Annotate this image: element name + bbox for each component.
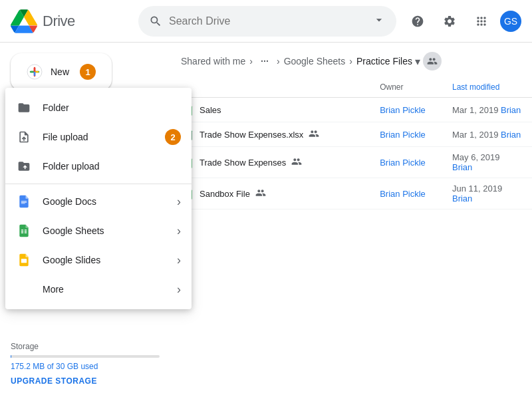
shared-icon xyxy=(291,156,302,169)
file-name-cell: Sales xyxy=(181,103,358,116)
dropdown-menu: Folder File upload 2 Folde xyxy=(5,88,192,309)
file-name[interactable]: Trade Show Expenses.xlsx xyxy=(200,130,303,140)
col-name-header xyxy=(170,77,369,98)
table-row: Trade Show Expenses.xlsx Brian Pickle Ma… xyxy=(170,122,532,147)
owner-link[interactable]: Brian Pickle xyxy=(380,105,426,115)
breadcrumb-sep-3: › xyxy=(349,56,352,66)
new-button[interactable]: New 1 xyxy=(11,53,112,90)
drive-title: Drive xyxy=(43,13,75,30)
file-name[interactable]: Trade Show Expenses xyxy=(200,158,286,168)
logo-area: Drive xyxy=(11,9,130,33)
apps-button[interactable] xyxy=(468,8,495,35)
search-input[interactable] xyxy=(169,15,366,27)
table-row: Sales Brian Pickle Mar 1, 2019 Brian xyxy=(170,98,532,122)
folder-icon xyxy=(16,100,32,116)
col-owner-header: Owner xyxy=(369,77,442,98)
sidebar: New 1 Folder File u xyxy=(0,43,170,399)
table-row: Sandbox File Brian Pickle Jun 11, 2019 B… xyxy=(170,178,532,209)
modified-date: Mar 1, 2019 xyxy=(452,130,501,140)
breadcrumb-sep-1: › xyxy=(249,56,253,66)
storage-bar-bg xyxy=(11,355,160,358)
file-name[interactable]: Sandbox File xyxy=(200,189,250,199)
header-actions: GS xyxy=(404,8,521,35)
people-icon[interactable] xyxy=(423,52,442,70)
breadcrumb-google-sheets[interactable]: Google Sheets xyxy=(284,56,346,66)
plus-icon xyxy=(27,64,43,80)
owner-link[interactable]: Brian Pickle xyxy=(380,189,426,199)
drive-logo-icon xyxy=(11,9,37,33)
layout: New 1 Folder File u xyxy=(0,43,532,399)
upgrade-storage-button[interactable]: UPGRADE STORAGE xyxy=(11,376,97,386)
avatar[interactable]: GS xyxy=(500,11,521,32)
modified-date: Mar 1, 2019 xyxy=(452,105,501,115)
menu-divider xyxy=(5,184,192,184)
modified-date: May 6, 2019 xyxy=(452,152,500,162)
menu-item-folder-upload[interactable]: Folder upload xyxy=(5,152,192,181)
file-name-cell: Trade Show Expenses xyxy=(181,156,358,169)
breadcrumb-dropdown-icon[interactable]: ▾ xyxy=(415,55,420,68)
breadcrumb-practice-files: Practice Files ▾ xyxy=(356,55,420,68)
google-slides-arrow-icon: › xyxy=(177,253,181,267)
storage-label: Storage xyxy=(11,342,160,351)
google-docs-icon xyxy=(16,194,32,209)
google-sheets-label: Google Sheets xyxy=(43,225,166,236)
breadcrumb-dots[interactable]: ··· xyxy=(257,53,273,69)
menu-item-file-upload[interactable]: File upload 2 xyxy=(5,122,192,152)
google-sheets-arrow-icon: › xyxy=(177,224,181,238)
shared-icon xyxy=(309,128,319,141)
new-button-label: New xyxy=(51,66,69,77)
google-sheets-icon xyxy=(16,223,32,239)
google-slides-label: Google Slides xyxy=(43,255,166,265)
col-modified-header[interactable]: Last modified xyxy=(442,77,532,98)
search-icon xyxy=(149,15,162,28)
modified-date: Jun 11, 2019 xyxy=(452,184,502,194)
modified-by[interactable]: Brian xyxy=(501,105,521,115)
folder-upload-icon xyxy=(16,158,32,174)
step-badge-1: 1 xyxy=(80,64,96,80)
more-label: More xyxy=(43,284,166,295)
file-name-cell: Sandbox File xyxy=(181,187,358,200)
modified-by[interactable]: Brian xyxy=(452,162,472,172)
file-table: Owner Last modified Sales Brian Pickle M xyxy=(170,77,532,209)
main-content: Shared with me › ··· › Google Sheets › P… xyxy=(170,43,532,399)
owner-link[interactable]: Brian Pickle xyxy=(380,130,426,140)
folder-upload-label: Folder upload xyxy=(43,161,181,172)
menu-item-folder[interactable]: Folder xyxy=(5,93,192,122)
svg-rect-7 xyxy=(21,259,27,263)
shared-icon xyxy=(255,188,266,200)
modified-by[interactable]: Brian xyxy=(452,194,472,203)
menu-item-google-docs[interactable]: Google Docs › xyxy=(5,187,192,216)
search-bar[interactable] xyxy=(138,6,396,37)
google-docs-label: Google Docs xyxy=(43,196,166,207)
google-docs-arrow-icon: › xyxy=(177,195,181,209)
menu-item-google-sheets[interactable]: Google Sheets › xyxy=(5,216,192,245)
more-icon xyxy=(16,281,32,297)
step-badge-2: 2 xyxy=(165,129,181,145)
settings-button[interactable] xyxy=(436,8,463,35)
table-row: Trade Show Expenses Brian Pickle May 6, … xyxy=(170,147,532,178)
storage-bar-fill xyxy=(11,355,11,358)
help-button[interactable] xyxy=(404,8,431,35)
more-arrow-icon: › xyxy=(177,283,181,297)
file-name-cell: Trade Show Expenses.xlsx xyxy=(181,128,358,141)
search-dropdown-icon[interactable] xyxy=(372,13,386,29)
file-upload-label: File upload xyxy=(43,132,152,142)
menu-item-more[interactable]: More › xyxy=(5,275,192,304)
folder-label: Folder xyxy=(43,102,181,113)
menu-item-google-slides[interactable]: Google Slides › xyxy=(5,245,192,275)
header: Drive GS xyxy=(0,0,532,43)
google-slides-icon xyxy=(16,252,32,268)
storage-section: Storage 175.2 MB of 30 GB used UPGRADE S… xyxy=(0,334,170,391)
breadcrumb-shared[interactable]: Shared with me xyxy=(181,56,245,66)
modified-by[interactable]: Brian xyxy=(501,130,521,140)
file-upload-icon xyxy=(16,129,32,145)
file-name[interactable]: Sales xyxy=(200,105,221,115)
owner-link[interactable]: Brian Pickle xyxy=(380,158,426,168)
storage-used-text: 175.2 MB of 30 GB used xyxy=(11,362,160,371)
breadcrumb: Shared with me › ··· › Google Sheets › P… xyxy=(170,43,532,77)
breadcrumb-sep-2: › xyxy=(277,56,280,66)
